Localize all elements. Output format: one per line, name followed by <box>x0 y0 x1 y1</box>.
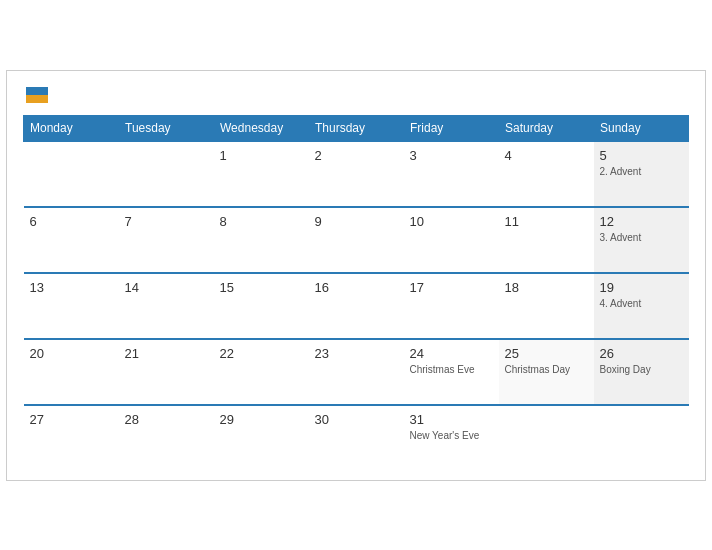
day-cell: 14 <box>119 273 214 339</box>
day-number: 16 <box>315 280 398 295</box>
day-number: 20 <box>30 346 113 361</box>
week-row-5: 2728293031New Year's Eve <box>24 405 689 470</box>
day-cell: 27 <box>24 405 119 470</box>
col-header-friday: Friday <box>404 115 499 141</box>
day-number: 27 <box>30 412 113 427</box>
day-cell: 20 <box>24 339 119 405</box>
logo-flag-bottom <box>26 95 48 103</box>
day-number: 23 <box>315 346 398 361</box>
day-event: Boxing Day <box>600 363 683 376</box>
day-cell: 13 <box>24 273 119 339</box>
day-number: 9 <box>315 214 398 229</box>
day-cell: 21 <box>119 339 214 405</box>
day-number: 24 <box>410 346 493 361</box>
day-number: 2 <box>315 148 398 163</box>
day-number: 31 <box>410 412 493 427</box>
day-cell <box>119 141 214 207</box>
day-cell: 2 <box>309 141 404 207</box>
day-cell: 26Boxing Day <box>594 339 689 405</box>
calendar-header-row: MondayTuesdayWednesdayThursdayFridaySatu… <box>24 115 689 141</box>
day-number: 30 <box>315 412 398 427</box>
day-cell: 1 <box>214 141 309 207</box>
day-cell: 10 <box>404 207 499 273</box>
day-cell: 8 <box>214 207 309 273</box>
day-number: 26 <box>600 346 683 361</box>
day-number: 3 <box>410 148 493 163</box>
day-number: 11 <box>505 214 588 229</box>
day-number: 12 <box>600 214 683 229</box>
day-cell: 52. Advent <box>594 141 689 207</box>
logo-flag-top <box>26 87 48 95</box>
day-number: 14 <box>125 280 208 295</box>
day-cell: 22 <box>214 339 309 405</box>
day-event: New Year's Eve <box>410 429 493 442</box>
day-cell: 30 <box>309 405 404 470</box>
col-header-sunday: Sunday <box>594 115 689 141</box>
day-cell: 194. Advent <box>594 273 689 339</box>
day-cell: 11 <box>499 207 594 273</box>
day-cell: 4 <box>499 141 594 207</box>
day-cell <box>499 405 594 470</box>
day-event: Christmas Eve <box>410 363 493 376</box>
day-number: 8 <box>220 214 303 229</box>
day-number: 21 <box>125 346 208 361</box>
day-cell: 31New Year's Eve <box>404 405 499 470</box>
col-header-thursday: Thursday <box>309 115 404 141</box>
day-event: 2. Advent <box>600 165 683 178</box>
day-number: 7 <box>125 214 208 229</box>
day-cell: 23 <box>309 339 404 405</box>
day-event: 3. Advent <box>600 231 683 244</box>
day-cell: 17 <box>404 273 499 339</box>
day-event: 4. Advent <box>600 297 683 310</box>
day-cell: 28 <box>119 405 214 470</box>
day-number: 17 <box>410 280 493 295</box>
day-number: 22 <box>220 346 303 361</box>
day-number: 10 <box>410 214 493 229</box>
day-number: 25 <box>505 346 588 361</box>
day-number: 5 <box>600 148 683 163</box>
day-cell: 123. Advent <box>594 207 689 273</box>
day-number: 6 <box>30 214 113 229</box>
day-number: 1 <box>220 148 303 163</box>
day-cell: 7 <box>119 207 214 273</box>
week-row-4: 2021222324Christmas Eve25Christmas Day26… <box>24 339 689 405</box>
logo-flag <box>26 87 48 103</box>
day-number: 13 <box>30 280 113 295</box>
day-number: 18 <box>505 280 588 295</box>
day-cell: 24Christmas Eve <box>404 339 499 405</box>
day-number: 19 <box>600 280 683 295</box>
col-header-monday: Monday <box>24 115 119 141</box>
calendar-header <box>23 87 689 103</box>
logo <box>23 87 48 103</box>
day-cell: 25Christmas Day <box>499 339 594 405</box>
week-row-1: 123452. Advent <box>24 141 689 207</box>
day-cell: 16 <box>309 273 404 339</box>
col-header-tuesday: Tuesday <box>119 115 214 141</box>
day-cell: 3 <box>404 141 499 207</box>
week-row-2: 67891011123. Advent <box>24 207 689 273</box>
day-cell: 15 <box>214 273 309 339</box>
day-cell: 6 <box>24 207 119 273</box>
day-cell: 29 <box>214 405 309 470</box>
day-number: 29 <box>220 412 303 427</box>
col-header-saturday: Saturday <box>499 115 594 141</box>
calendar-table: MondayTuesdayWednesdayThursdayFridaySatu… <box>23 115 689 470</box>
day-number: 28 <box>125 412 208 427</box>
day-event: Christmas Day <box>505 363 588 376</box>
day-cell <box>594 405 689 470</box>
day-cell <box>24 141 119 207</box>
day-cell: 18 <box>499 273 594 339</box>
day-cell: 9 <box>309 207 404 273</box>
day-number: 4 <box>505 148 588 163</box>
calendar: MondayTuesdayWednesdayThursdayFridaySatu… <box>6 70 706 481</box>
col-header-wednesday: Wednesday <box>214 115 309 141</box>
day-number: 15 <box>220 280 303 295</box>
week-row-3: 131415161718194. Advent <box>24 273 689 339</box>
